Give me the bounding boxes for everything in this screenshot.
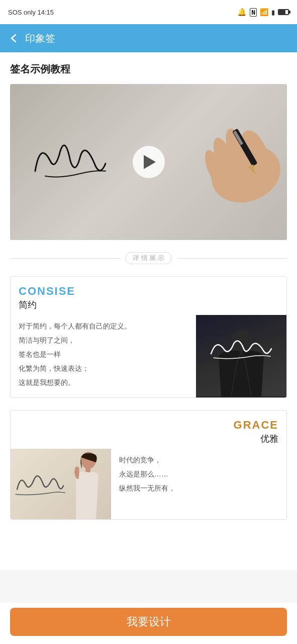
main-content: 签名示例教程 [0, 52, 297, 570]
consise-text: 对于简约，每个人都有自己的定义。 简洁与明了之间， 签名也是一样 化繁为简，快速… [11, 315, 196, 397]
play-icon [144, 155, 156, 169]
back-button[interactable] [8, 33, 19, 44]
grace-signature [13, 467, 68, 502]
svg-rect-11 [85, 467, 90, 472]
consise-body: 对于简约，每个人都有自己的定义。 简洁与明了之间， 签名也是一样 化繁为简，快速… [11, 315, 286, 397]
play-button[interactable] [133, 146, 165, 178]
grace-body: 时代的竞争， 永远是那么…… 纵然我一无所有， [11, 449, 286, 519]
consise-subtitle: 简约 [19, 299, 278, 311]
grace-line-1: 时代的竞争， [119, 453, 278, 467]
video-signature-overlay [20, 131, 126, 193]
consise-line-1: 对于简约，每个人都有自己的定义。 [19, 319, 188, 333]
app-title: 印象签 [25, 32, 55, 45]
grace-text: 时代的竞争， 永远是那么…… 纵然我一无所有， [111, 449, 286, 519]
signature-svg [20, 131, 126, 191]
grace-image [11, 449, 111, 519]
grace-line-3: 纵然我一无所有， [119, 481, 278, 495]
consise-line-4: 化繁为简，快速表达； [19, 361, 188, 375]
divider-line-right [177, 258, 287, 259]
bell-icon: 🔔 [237, 8, 247, 17]
battery-fill [279, 10, 285, 14]
section-title: 签名示例教程 [10, 62, 287, 76]
grace-card: GRACE 优雅 [10, 410, 287, 520]
app-bar: 印象签 [0, 24, 297, 52]
consise-signature [206, 334, 276, 366]
consise-header: CONSISE 简约 [11, 277, 286, 315]
status-icons: 🔔 N 📶 ▮ [237, 8, 289, 17]
grace-line-2: 永远是那么…… [119, 467, 278, 481]
status-bar: SOS only 14:15 🔔 N 📶 ▮ [0, 0, 297, 24]
nfc-icon: N [250, 8, 257, 17]
grace-style-label: GRACE [19, 419, 278, 432]
video-thumbnail[interactable] [10, 84, 287, 240]
divider-line-left [10, 258, 120, 259]
grace-subtitle: 优雅 [19, 433, 278, 445]
signal-strength-icon: ▮ [271, 9, 275, 16]
detail-divider: 详 情 展 示 [10, 252, 287, 264]
divider-label: 详 情 展 示 [125, 252, 172, 264]
consise-image [196, 315, 286, 397]
design-button[interactable]: 我要设计 [10, 608, 287, 636]
grace-header: GRACE 优雅 [11, 411, 286, 449]
battery-icon [278, 9, 289, 15]
consise-line-2: 简洁与明了之间， [19, 333, 188, 347]
consise-style-label: CONSISE [19, 285, 278, 298]
consise-line-3: 签名也是一样 [19, 347, 188, 361]
consise-card: CONSISE 简约 对于简约，每个人都有自己的定义。 简洁与明了之间， 签名也… [10, 276, 287, 398]
signal-bars-icon: 📶 [260, 8, 268, 16]
consise-line-5: 这就是我想要的。 [19, 375, 188, 389]
status-text: SOS only 14:15 [8, 9, 54, 16]
bottom-bar: 我要设计 [0, 603, 297, 644]
